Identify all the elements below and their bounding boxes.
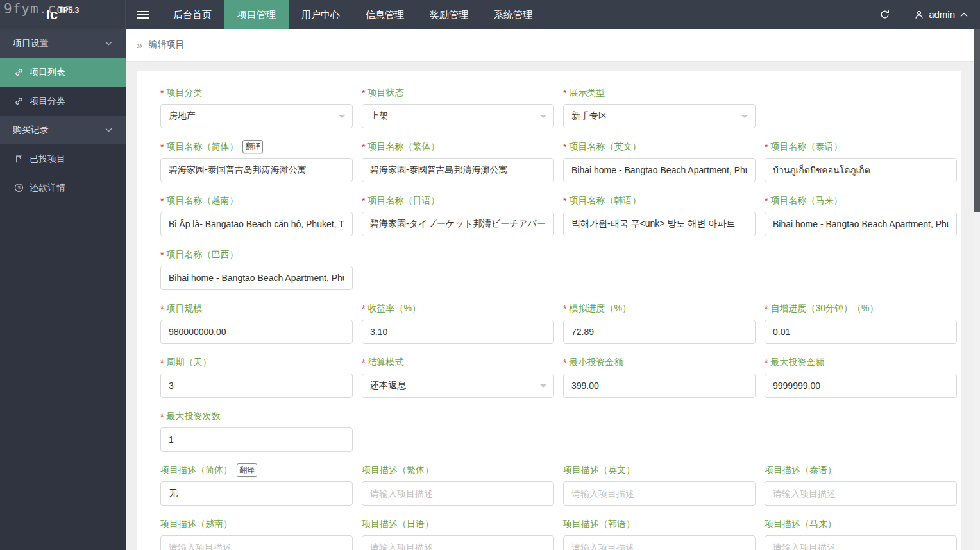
form-field: * 最大投资金额 xyxy=(765,356,957,398)
form-field: 项目描述（日语） xyxy=(362,518,554,550)
form-row: * 最大投资次数 xyxy=(160,410,961,452)
form-field: 项目描述（英文） xyxy=(563,464,756,506)
project-name-ja-input[interactable] xyxy=(362,212,554,236)
topnav-item-information-management[interactable]: 信息管理 xyxy=(353,0,417,29)
chevron-up-icon xyxy=(959,12,968,18)
project-desc-zh-cn-input[interactable] xyxy=(160,481,353,506)
required-asterisk: * xyxy=(563,88,566,98)
form-field: * 项目分类 房地产 xyxy=(160,87,353,128)
project-status-select[interactable]: 上架 xyxy=(362,104,554,128)
topnav-item-project-management[interactable]: 项目管理 xyxy=(224,0,289,29)
topnav-item-system-management[interactable]: 系统管理 xyxy=(481,0,545,29)
max-invest-times-input[interactable] xyxy=(160,427,353,452)
settlement-mode-select[interactable]: 还本返息 xyxy=(362,374,554,398)
sidebar-group-label: 项目设置 xyxy=(13,38,49,49)
translate-button[interactable]: 翻译 xyxy=(242,140,263,153)
field-label-text: 项目名称（泰语） xyxy=(770,141,842,153)
form-field: * 项目状态 上架 xyxy=(362,87,554,128)
form-field: * 最小投资金额 xyxy=(563,356,756,398)
form-field: * 项目名称（巴西） xyxy=(160,248,353,290)
sidebar-item-repayment-details[interactable]: $ 还款详情 xyxy=(0,173,126,202)
field-label-text: 项目分类 xyxy=(166,87,202,99)
topnav-item-reward-management[interactable]: 奖励管理 xyxy=(417,0,481,29)
form-row: * 项目名称（巴西） xyxy=(160,248,961,290)
form-field: * 项目名称（泰语） xyxy=(765,141,957,182)
project-name-ms-input[interactable] xyxy=(765,212,957,236)
select-value: 上架 xyxy=(370,110,388,122)
admin-menu[interactable]: admin xyxy=(902,0,980,29)
auto-increase-progress-input[interactable] xyxy=(765,320,957,344)
vertical-scrollbar[interactable] xyxy=(974,29,980,550)
required-asterisk: * xyxy=(362,88,365,98)
cycle-days-input[interactable] xyxy=(160,374,353,398)
field-label-text: 最小投资金额 xyxy=(569,357,623,368)
field-label-text: 项目描述（英文） xyxy=(563,465,635,476)
form-field: 项目描述（马来） xyxy=(765,518,957,550)
field-label-text: 项目规模 xyxy=(166,303,202,314)
form-field: * 项目名称（日语） xyxy=(362,194,554,236)
project-desc-ja-input[interactable] xyxy=(362,535,554,550)
form-field: * 周期（天） xyxy=(160,356,353,398)
project-desc-vi-input[interactable] xyxy=(160,535,353,550)
double-chevron-right-icon: » xyxy=(137,40,142,51)
max-investment-input[interactable] xyxy=(765,374,957,398)
sidebar-group-purchase-records[interactable]: 购买记录 xyxy=(0,116,126,144)
topnav-item-dashboard[interactable]: 后台首页 xyxy=(160,0,224,29)
caret-down-icon xyxy=(339,115,345,121)
caret-down-icon xyxy=(540,384,546,391)
field-label-text: 项目描述（日语） xyxy=(362,519,434,530)
sidebar-item-invested-projects[interactable]: 已投项目 xyxy=(0,144,126,173)
display-type-select[interactable]: 新手专区 xyxy=(563,104,756,128)
field-label-text: 项目描述（简体） xyxy=(160,465,232,476)
project-category-select[interactable]: 房地产 xyxy=(160,104,353,128)
menu-toggle-button[interactable] xyxy=(126,0,160,29)
chevron-down-icon xyxy=(105,40,113,46)
yield-rate-input[interactable] xyxy=(362,320,554,344)
form-row: * 项目名称（简体） 翻译 * 项目名称（繁体） * 项目名称（英文） xyxy=(160,141,961,182)
required-asterisk: * xyxy=(160,250,164,260)
caret-down-icon xyxy=(540,115,546,121)
project-name-vi-input[interactable] xyxy=(160,212,353,236)
required-asterisk: * xyxy=(765,304,768,314)
project-name-en-input[interactable] xyxy=(563,158,756,182)
project-name-pt-br-input[interactable] xyxy=(160,266,353,290)
required-asterisk: * xyxy=(160,88,164,98)
svg-text:$: $ xyxy=(17,185,21,191)
user-icon xyxy=(914,10,924,20)
form-field: * 项目名称（简体） 翻译 xyxy=(160,141,353,182)
project-desc-ko-input[interactable] xyxy=(563,535,756,550)
project-name-th-input[interactable] xyxy=(765,158,957,182)
link-icon xyxy=(14,96,24,106)
required-asterisk: * xyxy=(563,304,566,314)
field-label-text: 项目描述（马来） xyxy=(765,519,836,530)
required-asterisk: * xyxy=(160,304,164,314)
form-field: * 自增进度（30分钟）（%） xyxy=(765,302,957,344)
form-field: 项目描述（韩语） xyxy=(563,518,756,550)
field-label-text: 自增进度（30分钟）（%） xyxy=(770,303,878,314)
project-scale-input[interactable] xyxy=(160,320,353,344)
project-desc-ms-input[interactable] xyxy=(765,535,957,550)
translate-button[interactable]: 翻译 xyxy=(237,463,257,477)
refresh-button[interactable] xyxy=(866,0,902,29)
project-name-zh-cn-input[interactable] xyxy=(160,158,353,182)
link-icon xyxy=(14,67,24,77)
sidebar-group-project-settings[interactable]: 项目设置 xyxy=(0,29,126,58)
project-desc-en-input[interactable] xyxy=(563,481,756,506)
project-name-zh-tw-input[interactable] xyxy=(362,158,554,182)
sidebar-item-project-list[interactable]: 项目列表 xyxy=(0,58,126,87)
form-field: 项目描述（泰语） xyxy=(765,464,957,506)
project-desc-zh-tw-input[interactable] xyxy=(362,481,554,506)
project-desc-th-input[interactable] xyxy=(765,481,957,506)
form-field: * 模拟进度（%） xyxy=(563,302,756,344)
project-name-ko-input[interactable] xyxy=(563,212,756,236)
sidebar-item-project-category[interactable]: 项目分类 xyxy=(0,87,126,116)
edit-project-form-card: * 项目分类 房地产 * 项目状态 上架 xyxy=(137,71,961,550)
required-asterisk: * xyxy=(160,411,164,422)
simulated-progress-input[interactable] xyxy=(563,320,756,344)
required-asterisk: * xyxy=(362,142,365,152)
min-investment-input[interactable] xyxy=(563,374,756,398)
topnav-item-user-center[interactable]: 用户中心 xyxy=(289,0,353,29)
sidebar-group-label: 购买记录 xyxy=(13,125,49,136)
field-label-text: 最大投资次数 xyxy=(166,411,220,422)
scrollbar-thumb[interactable] xyxy=(974,29,980,212)
